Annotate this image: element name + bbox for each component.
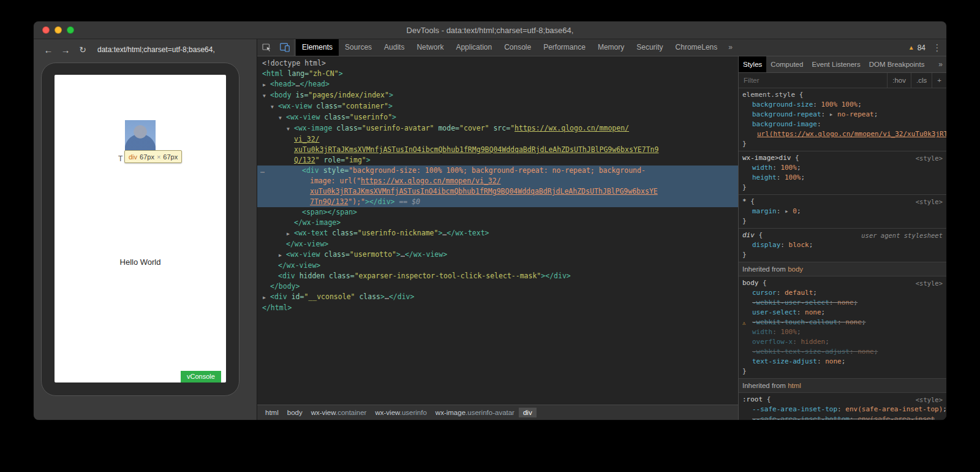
sidebar-tab-computed[interactable]: Computed	[766, 56, 807, 72]
tab-application[interactable]: Application	[450, 39, 498, 56]
css-property[interactable]: ⚠-webkit-touch-callout: none;	[739, 318, 946, 327]
sidebar-tab-styles[interactable]: Styles	[739, 56, 766, 72]
css-property[interactable]: cursor: default;	[739, 288, 946, 298]
new-style-rule-button[interactable]: +	[932, 73, 946, 88]
more-sidebar-tabs-button[interactable]: »	[935, 56, 946, 72]
element-classes-button[interactable]: .cls	[911, 73, 932, 88]
node-link[interactable]: html	[788, 382, 801, 389]
node-link[interactable]: body	[788, 265, 803, 273]
css-property[interactable]: -webkit-user-select: none;	[739, 298, 946, 308]
dom-node-line[interactable]: …<div style="background-size: 100% 100%;…	[257, 166, 738, 176]
breadcrumb-item[interactable]: wx-view.container	[307, 408, 371, 417]
disclosure-arrow-icon[interactable]: ▶	[287, 229, 294, 239]
dom-node-line[interactable]: </wx-view>	[257, 261, 738, 271]
dom-node-line[interactable]: ▼<body is="pages/index/index">	[257, 90, 738, 101]
tab-sources[interactable]: Sources	[339, 39, 378, 56]
overflow-dots-icon[interactable]: …	[260, 166, 265, 176]
dom-node-line[interactable]: <html lang="zh-CN">	[257, 69, 738, 79]
css-property[interactable]: height: 100%;	[739, 173, 946, 183]
menu-button[interactable]: ⋮	[930, 42, 944, 53]
address-bar[interactable]: data:text/html;charset=utf-8;base64,	[97, 45, 215, 54]
expand-value-icon[interactable]: ▸	[785, 207, 793, 215]
device-toolbar-button[interactable]	[276, 39, 294, 56]
tab-network[interactable]: Network	[410, 39, 450, 56]
expand-value-icon[interactable]: ▸	[829, 110, 837, 118]
reload-button[interactable]: ↻	[75, 45, 90, 55]
css-property[interactable]: user-select: none;	[739, 308, 946, 318]
dom-node-line[interactable]: </wx-view>	[257, 239, 738, 249]
rule-selector-line[interactable]: element.style {	[739, 90, 946, 100]
dom-node-line[interactable]: <span></span>	[257, 207, 738, 218]
dom-node-line[interactable]: ▼<wx-image class="userinfo-avatar" mode=…	[257, 123, 738, 134]
disclosure-arrow-icon[interactable]: ▼	[263, 91, 270, 101]
dom-node-line[interactable]: xuTu0k3jRTaJKmsXVMnfjASTusInO4ibcmQbhub1…	[257, 145, 738, 155]
dom-node-line[interactable]: ▶<head>…</head>	[257, 79, 738, 90]
tab-security[interactable]: Security	[630, 39, 669, 56]
tab-performance[interactable]: Performance	[537, 39, 592, 56]
dom-node-line[interactable]: </html>	[257, 303, 738, 313]
css-property[interactable]: background-image:	[739, 120, 946, 129]
tab-console[interactable]: Console	[498, 39, 537, 56]
disclosure-arrow-icon[interactable]: ▶	[263, 292, 270, 303]
breadcrumb-item[interactable]: body	[283, 408, 307, 417]
toggle-element-state-button[interactable]: :hov	[887, 73, 911, 88]
stylesheet-origin-link[interactable]: <style>	[916, 153, 943, 163]
disclosure-arrow-icon[interactable]: ▶	[279, 250, 286, 261]
stylesheet-origin-link[interactable]: user agent stylesheet	[861, 230, 943, 240]
css-property[interactable]: --safe-area-inset-bottom: env(safe-area-…	[739, 414, 946, 420]
breadcrumb-item[interactable]: wx-view.userinfo	[371, 408, 431, 417]
sidebar-tab-event-listeners[interactable]: Event Listeners	[807, 56, 864, 72]
dom-node-line[interactable]: <div hidden class="exparser-inspector-to…	[257, 271, 738, 281]
dom-node-line[interactable]: Q/132" role="img">	[257, 155, 738, 166]
tab-elements[interactable]: Elements	[296, 39, 339, 56]
css-property[interactable]: --safe-area-inset-top: env(safe-area-ins…	[739, 405, 946, 414]
css-property[interactable]: width: 100%;	[739, 163, 946, 173]
back-button[interactable]: ←	[41, 45, 56, 55]
tab-audits[interactable]: Audits	[378, 39, 410, 56]
dom-node-line[interactable]: </body>	[257, 281, 738, 292]
css-property[interactable]: margin: ▸ 0;	[739, 207, 946, 216]
dom-tree[interactable]: <!doctype html><html lang="zh-CN">▶<head…	[257, 56, 738, 405]
disclosure-arrow-icon[interactable]: ▼	[287, 124, 294, 134]
dom-node-line[interactable]: </wx-image>	[257, 218, 738, 228]
dom-node-line[interactable]: <!doctype html>	[257, 58, 738, 69]
css-property-value-line[interactable]: url(https://wx.qlogo.cn/mmopen/vi_32/xuT…	[739, 129, 946, 139]
css-property[interactable]: -webkit-text-size-adjust: none;	[739, 347, 946, 357]
forward-button[interactable]: →	[58, 45, 73, 55]
disclosure-arrow-icon[interactable]: ▶	[263, 80, 270, 90]
stylesheet-origin-link[interactable]: <style>	[916, 197, 943, 207]
stylesheet-origin-link[interactable]: <style>	[916, 278, 943, 288]
dom-node-line[interactable]: xuTu0k3jRTaJKmsXVMnfjASTusInO4ibcmQbhub1…	[257, 186, 738, 197]
tab-chromelens[interactable]: ChromeLens	[669, 39, 724, 56]
css-property[interactable]: overflow-x: hidden;	[739, 337, 946, 347]
css-property[interactable]: display: block;	[739, 240, 946, 250]
warnings-badge[interactable]: ▲ 84	[903, 44, 930, 52]
dom-node-line[interactable]: 7Tn9Q/132");"></div> == $0	[257, 197, 738, 207]
dom-node-line[interactable]: ▶<wx-text class="userinfo-nickname">…</w…	[257, 228, 738, 239]
css-property[interactable]: text-size-adjust: none;	[739, 357, 946, 367]
dom-node-line[interactable]: ▶<div id="__vconsole" class>…</div>	[257, 292, 738, 303]
dom-node-line[interactable]: image: url("https://wx.qlogo.cn/mmopen/v…	[257, 176, 738, 186]
breadcrumb-item[interactable]: wx-image.userinfo-avatar	[431, 408, 519, 417]
dom-node-line[interactable]: vi_32/	[257, 134, 738, 145]
more-tabs-button[interactable]: »	[723, 39, 737, 56]
dom-node-line[interactable]: ▼<wx-view class="userinfo">	[257, 112, 738, 123]
breadcrumb-item[interactable]: html	[261, 408, 283, 417]
semicolon: ;	[797, 328, 801, 336]
breadcrumb-item[interactable]: div	[519, 408, 537, 417]
styles-filter-input[interactable]: Filter	[739, 73, 887, 88]
css-property[interactable]: width: 100%;	[739, 327, 946, 337]
sidebar-tab-dom-breakpoints[interactable]: DOM Breakpoints	[865, 56, 929, 72]
avatar-image[interactable]	[125, 120, 156, 151]
stylesheet-origin-link[interactable]: <style>	[916, 395, 943, 405]
css-property[interactable]: background-size: 100% 100%;	[739, 100, 946, 110]
styles-rules-list[interactable]: element.style {background-size: 100% 100…	[739, 88, 946, 420]
vconsole-button[interactable]: vConsole	[181, 371, 221, 383]
disclosure-arrow-icon[interactable]: ▼	[279, 113, 286, 123]
css-property[interactable]: background-repeat: ▸ no-repeat;	[739, 110, 946, 120]
dom-node-line[interactable]: ▼<wx-view class="container">	[257, 101, 738, 112]
dom-node-line[interactable]: ▶<wx-view class="usermotto">…</wx-view>	[257, 249, 738, 261]
tab-memory[interactable]: Memory	[592, 39, 630, 56]
inspect-element-button[interactable]	[257, 39, 276, 56]
disclosure-arrow-icon[interactable]: ▼	[271, 102, 278, 112]
